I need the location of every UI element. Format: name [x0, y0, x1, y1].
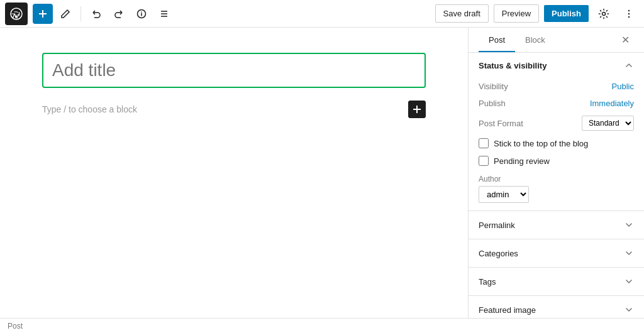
svg-point-4 — [141, 11, 142, 13]
list-view-button[interactable] — [154, 4, 174, 24]
edit-pen-button[interactable] — [55, 4, 75, 24]
visibility-row: Visibility Public — [479, 78, 634, 95]
panel-status-visibility: Status & visibility Visibility Public Pu… — [469, 53, 644, 211]
toolbar-left — [5, 3, 433, 25]
info-button[interactable] — [131, 4, 152, 24]
panel-featured-image: Featured image — [469, 296, 644, 318]
categories-label: Categories — [479, 249, 518, 258]
post-title-input[interactable] — [42, 53, 426, 88]
block-placeholder-text: Type / to choose a block — [42, 104, 137, 114]
visibility-value[interactable]: Public — [612, 82, 634, 91]
chevron-down-icon — [624, 276, 634, 287]
preview-button[interactable]: Preview — [494, 4, 539, 23]
more-options-button[interactable] — [619, 4, 639, 24]
block-placeholder-row: Type / to choose a block — [42, 101, 426, 118]
toolbar-divider — [80, 6, 81, 21]
chevron-down-icon — [624, 220, 634, 230]
settings-button[interactable] — [594, 4, 614, 24]
publish-label: Publish — [479, 99, 506, 108]
publish-row: Publish Immediately — [479, 95, 634, 112]
save-draft-button[interactable]: Save draft — [435, 4, 489, 23]
publish-button[interactable]: Publish — [544, 5, 589, 22]
permalink-header[interactable]: Permalink — [469, 211, 644, 239]
panel-permalink: Permalink — [469, 211, 644, 239]
status-bar: Post — [0, 318, 644, 333]
sidebar-header: Post Block ✕ — [469, 28, 644, 53]
svg-point-8 — [602, 12, 606, 15]
editor-content: Type / to choose a block — [42, 53, 426, 118]
categories-header[interactable]: Categories — [469, 239, 644, 267]
author-select[interactable]: admin — [479, 186, 529, 203]
panel-status-header[interactable]: Status & visibility — [469, 53, 644, 78]
panel-tags: Tags — [469, 268, 644, 296]
undo-button[interactable] — [86, 4, 106, 24]
stick-to-top-label: Stick to the top of the blog — [494, 139, 588, 148]
main-layout: Type / to choose a block Post Block — [0, 28, 644, 318]
sidebar: Post Block ✕ Status & visibility Visibil… — [468, 28, 644, 318]
add-block-inline-button[interactable] — [408, 101, 426, 118]
pending-review-row: Pending review — [479, 152, 634, 170]
sidebar-body: Status & visibility Visibility Public Pu… — [469, 53, 644, 318]
pending-review-label: Pending review — [494, 156, 550, 166]
chevron-up-icon — [624, 60, 634, 70]
post-format-select[interactable]: Standard Aside Chat Gallery Link Image Q… — [582, 116, 634, 131]
sidebar-tabs: Post Block — [479, 28, 616, 52]
post-format-label: Post Format — [479, 119, 523, 128]
author-section: Author admin — [479, 175, 634, 203]
featured-image-label: Featured image — [479, 305, 536, 315]
panel-status-title: Status & visibility — [479, 61, 547, 70]
sidebar-close-button[interactable]: ✕ — [616, 31, 634, 49]
svg-point-10 — [628, 13, 630, 14]
publish-value[interactable]: Immediately — [590, 99, 634, 108]
svg-point-9 — [628, 9, 630, 11]
permalink-label: Permalink — [479, 221, 515, 230]
add-block-toolbar-button[interactable] — [33, 4, 53, 24]
tags-label: Tags — [479, 277, 496, 287]
post-format-row: Post Format Standard Aside Chat Gallery … — [479, 112, 634, 134]
chevron-down-icon — [624, 248, 634, 258]
toolbar-right: Save draft Preview Publish — [435, 4, 639, 24]
visibility-label: Visibility — [479, 82, 508, 91]
stick-to-top-row: Stick to the top of the blog — [479, 134, 634, 152]
panel-categories: Categories — [469, 239, 644, 268]
pending-review-checkbox[interactable] — [479, 156, 489, 166]
redo-button[interactable] — [109, 4, 129, 24]
panel-status-content: Visibility Public Publish Immediately Po… — [469, 78, 644, 210]
status-bar-label: Post — [8, 322, 23, 330]
tab-block[interactable]: Block — [515, 28, 555, 52]
wordpress-logo[interactable] — [5, 3, 28, 25]
featured-image-header[interactable]: Featured image — [469, 296, 644, 318]
tab-post[interactable]: Post — [479, 28, 515, 52]
svg-point-11 — [628, 16, 630, 17]
author-label: Author — [479, 175, 634, 183]
editor-area: Type / to choose a block — [0, 28, 468, 318]
main-toolbar: Save draft Preview Publish — [0, 0, 644, 28]
chevron-down-icon — [624, 305, 634, 315]
stick-to-top-checkbox[interactable] — [479, 138, 489, 148]
tags-header[interactable]: Tags — [469, 268, 644, 295]
